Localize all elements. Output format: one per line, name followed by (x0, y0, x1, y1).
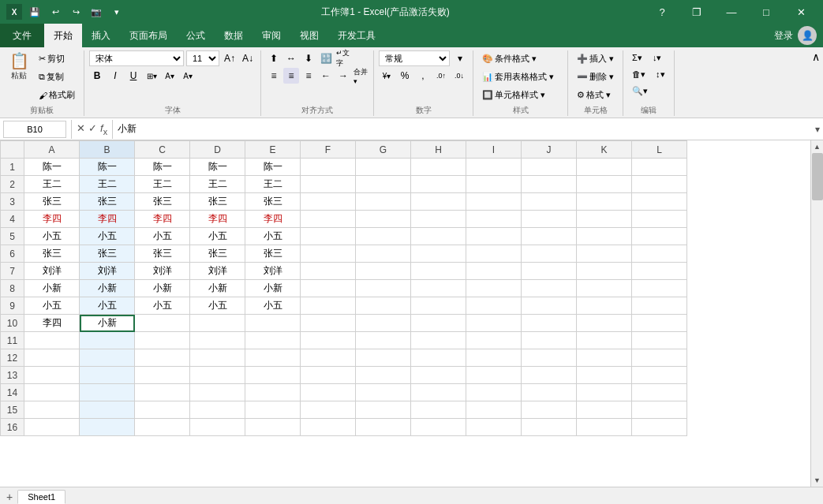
cell-H16[interactable] (411, 419, 466, 436)
cell-F15[interactable] (301, 401, 356, 419)
cell-E12[interactable] (245, 349, 301, 367)
cell-F10[interactable] (301, 315, 356, 332)
cell-B15[interactable] (80, 401, 135, 419)
cell-J8[interactable] (522, 280, 577, 297)
text-angle-btn[interactable]: 🔡 (318, 50, 334, 66)
cell-H6[interactable] (411, 245, 466, 263)
tab-home[interactable]: 开始 (44, 24, 82, 47)
row-header-14[interactable]: 14 (1, 384, 24, 401)
maximize-btn[interactable]: □ (750, 0, 782, 24)
cell-J11[interactable] (522, 332, 577, 349)
cell-J3[interactable] (522, 193, 577, 211)
cell-B10[interactable]: 小新 (80, 315, 135, 332)
cell-I15[interactable] (466, 401, 522, 419)
cell-E11[interactable] (245, 332, 301, 349)
cell-B13[interactable] (80, 367, 135, 384)
cell-G5[interactable] (356, 228, 411, 245)
cell-L10[interactable] (632, 315, 687, 332)
cell-H7[interactable] (411, 263, 466, 280)
add-sheet-btn[interactable]: + (3, 491, 16, 503)
cell-I7[interactable] (466, 263, 522, 280)
cell-K16[interactable] (577, 419, 632, 436)
cell-H2[interactable] (411, 176, 466, 193)
fill-btn[interactable]: ↓▾ (649, 50, 666, 65)
cell-J4[interactable] (522, 211, 577, 228)
cell-G10[interactable] (356, 315, 411, 332)
row-header-12[interactable]: 12 (1, 349, 24, 367)
restore-btn[interactable]: ❐ (681, 0, 713, 24)
cell-E15[interactable] (245, 401, 301, 419)
sum-btn[interactable]: Σ▾ (628, 50, 646, 65)
decimal-increase-btn[interactable]: .0↑ (433, 68, 449, 84)
row-header-9[interactable]: 9 (1, 297, 24, 315)
border-btn[interactable]: ⊞▾ (144, 68, 159, 84)
number-dropdown-btn[interactable]: ▾ (452, 50, 468, 66)
cell-K9[interactable] (577, 297, 632, 315)
cell-L16[interactable] (632, 419, 687, 436)
underline-btn[interactable]: U (125, 68, 141, 84)
cell-L8[interactable] (632, 280, 687, 297)
cell-I13[interactable] (466, 367, 522, 384)
vertical-scrollbar[interactable]: ▲ ▼ (810, 140, 823, 487)
cell-G2[interactable] (356, 176, 411, 193)
align-left-btn[interactable]: ≡ (266, 68, 282, 84)
col-header-i[interactable]: I (466, 141, 522, 159)
cell-H9[interactable] (411, 297, 466, 315)
cell-C2[interactable]: 王二 (135, 176, 190, 193)
cell-B2[interactable]: 王二 (80, 176, 135, 193)
row-header-10[interactable]: 10 (1, 315, 24, 332)
font-size-select[interactable]: 11 (186, 50, 219, 66)
cell-A2[interactable]: 王二 (24, 176, 80, 193)
cell-H3[interactable] (411, 193, 466, 211)
formula-input[interactable] (114, 123, 812, 136)
cell-C4[interactable]: 李四 (135, 211, 190, 228)
cell-F1[interactable] (301, 159, 356, 176)
cell-J5[interactable] (522, 228, 577, 245)
cell-I8[interactable] (466, 280, 522, 297)
save-btn[interactable]: 💾 (27, 4, 43, 20)
cell-A5[interactable]: 小五 (24, 228, 80, 245)
cell-I9[interactable] (466, 297, 522, 315)
tab-review[interactable]: 审阅 (253, 24, 290, 47)
cell-C15[interactable] (135, 401, 190, 419)
delete-cells-btn[interactable]: ➖ 删除 ▾ (573, 69, 618, 85)
align-top-btn[interactable]: ⬆ (266, 50, 282, 66)
quick-access-dropdown[interactable]: ▾ (109, 4, 125, 20)
cell-G6[interactable] (356, 245, 411, 263)
redo-btn[interactable]: ↪ (68, 4, 84, 20)
cell-F7[interactable] (301, 263, 356, 280)
cell-F5[interactable] (301, 228, 356, 245)
cell-D9[interactable]: 小五 (190, 297, 245, 315)
undo-btn[interactable]: ↩ (47, 4, 63, 20)
cell-C9[interactable]: 小五 (135, 297, 190, 315)
cell-F12[interactable] (301, 349, 356, 367)
row-header-11[interactable]: 11 (1, 332, 24, 349)
indent-increase-btn[interactable]: → (335, 68, 351, 84)
cell-E5[interactable]: 小五 (245, 228, 301, 245)
scroll-up-btn[interactable]: ▲ (811, 140, 824, 153)
cell-K8[interactable] (577, 280, 632, 297)
col-header-j[interactable]: J (522, 141, 577, 159)
cell-style-btn[interactable]: 🔲 单元格样式 ▾ (478, 87, 549, 103)
cell-H15[interactable] (411, 401, 466, 419)
cell-K1[interactable] (577, 159, 632, 176)
cell-F13[interactable] (301, 367, 356, 384)
cell-B12[interactable] (80, 349, 135, 367)
cell-J6[interactable] (522, 245, 577, 263)
cell-G16[interactable] (356, 419, 411, 436)
cell-E6[interactable]: 张三 (245, 245, 301, 263)
cell-J12[interactable] (522, 349, 577, 367)
cell-C10[interactable] (135, 315, 190, 332)
merge-btn[interactable]: 合并▾ (353, 68, 368, 84)
paste-btn[interactable]: 📋 粘贴 (5, 50, 33, 84)
cell-L3[interactable] (632, 193, 687, 211)
cell-A13[interactable] (24, 367, 80, 384)
cell-I5[interactable] (466, 228, 522, 245)
cell-G7[interactable] (356, 263, 411, 280)
cell-D6[interactable]: 张三 (190, 245, 245, 263)
cell-C13[interactable] (135, 367, 190, 384)
cell-J9[interactable] (522, 297, 577, 315)
cell-C12[interactable] (135, 349, 190, 367)
find-btn[interactable]: 🔍▾ (628, 84, 652, 99)
cell-C3[interactable]: 张三 (135, 193, 190, 211)
